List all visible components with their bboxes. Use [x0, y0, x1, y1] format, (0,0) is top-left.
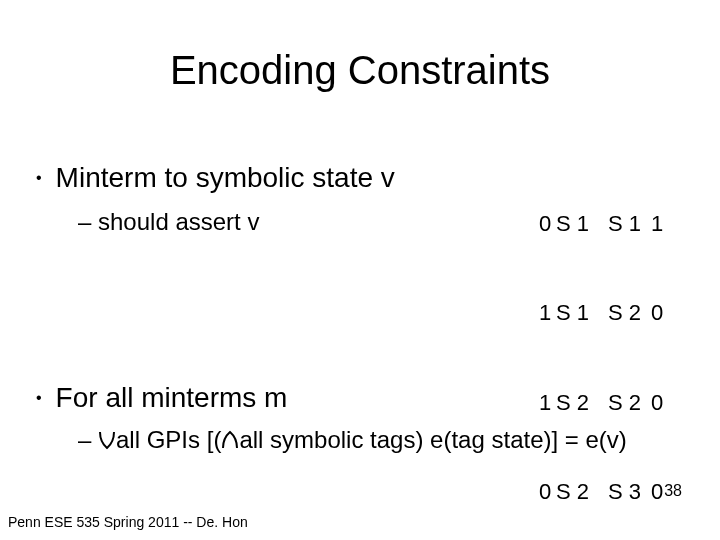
sub-bullet-gpi: – all GPIs [(all symbolic tags) e(tag st…: [78, 426, 627, 454]
footer-text: Penn ESE 535 Spring 2011 -- De. Hon: [8, 514, 248, 530]
and-icon: [221, 430, 239, 450]
sub-text-1: all GPIs [(: [116, 426, 221, 453]
bullet-minterm: • Minterm to symbolic state v: [36, 162, 395, 194]
cell: 1: [536, 388, 554, 418]
cell: S 2: [554, 388, 596, 418]
state-table: 0 S 1 S 1 1 1 S 1 S 2 0 1 S 2 S 2 0 0 S …: [536, 150, 666, 540]
bullet-forall: • For all minterms m: [36, 382, 287, 414]
page-number: 38: [664, 482, 682, 500]
cell: 0: [648, 388, 666, 418]
cell: S 1: [554, 298, 596, 328]
cell: 0: [648, 298, 666, 328]
cell: S 2: [554, 477, 596, 507]
table-row: 0 S 1 S 1 1: [536, 209, 666, 239]
cell: 0: [536, 477, 554, 507]
bullet-dot-icon: •: [36, 170, 42, 186]
cell: S 3: [606, 477, 648, 507]
slide: Encoding Constraints • Minterm to symbol…: [0, 0, 720, 540]
or-icon: [98, 430, 116, 450]
bullet-dot-icon: •: [36, 390, 42, 406]
table-row: 1 S 1 S 2 0: [536, 298, 666, 328]
cell: S 2: [606, 298, 648, 328]
table-row: 0 S 2 S 3 0: [536, 477, 666, 507]
table-row: 1 S 2 S 2 0: [536, 388, 666, 418]
bullet-minterm-text: Minterm to symbolic state v: [56, 162, 395, 194]
sub-dash: –: [78, 426, 98, 453]
slide-title: Encoding Constraints: [0, 48, 720, 93]
cell: S 1: [554, 209, 596, 239]
sub-text-2: all symbolic tags) e(tag state)] = e(v): [239, 426, 626, 453]
cell: S 2: [606, 388, 648, 418]
cell: 1: [648, 209, 666, 239]
sub-bullet-assert: – should assert v: [78, 208, 259, 236]
cell: 1: [536, 298, 554, 328]
bullet-forall-text: For all minterms m: [56, 382, 288, 414]
cell: S 1: [606, 209, 648, 239]
cell: 0: [536, 209, 554, 239]
